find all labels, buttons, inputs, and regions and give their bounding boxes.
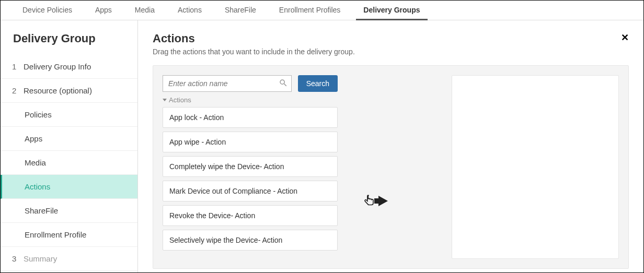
section-label-text: Actions [169,96,191,104]
main-layout: Delivery Group 1 Delivery Group Info 2 R… [1,20,643,272]
hand-pointer-icon [364,194,375,208]
tab-sharefile[interactable]: ShareFile [213,1,268,20]
tab-apps[interactable]: Apps [84,1,123,20]
target-column[interactable] [452,75,619,259]
search-row: Search [163,75,338,92]
tab-actions[interactable]: Actions [166,1,213,20]
workspace: Search Actions App lock - ActionApp wipe… [153,65,629,269]
sidebar-step-summary[interactable]: 3 Summary [1,247,137,271]
step-number: 1 [12,62,18,71]
sidebar-item-media[interactable]: Media [1,151,137,175]
step-number: 2 [12,86,18,95]
action-item[interactable]: Mark Device out of Compliance - Action [163,181,338,201]
sidebar-title: Delivery Group [1,20,137,55]
search-input[interactable] [168,79,279,88]
action-item[interactable]: Completely wipe the Device- Action [163,156,338,177]
tab-enrollment-profiles[interactable]: Enrollment Profiles [268,1,352,20]
page-subtitle: Drag the actions that you want to includ… [153,48,629,56]
sidebar: Delivery Group 1 Delivery Group Info 2 R… [1,20,138,272]
search-button[interactable]: Search [298,75,338,92]
page-title: Actions [153,32,629,45]
step-label: Delivery Group Info [24,62,91,71]
sidebar-step-2[interactable]: 2 Resource (optional) [1,79,137,103]
search-icon[interactable] [279,78,288,89]
sidebar-item-sharefile[interactable]: ShareFile [1,199,137,223]
sidebar-item-actions[interactable]: Actions [1,175,137,199]
source-column: Search Actions App lock - ActionApp wipe… [163,75,338,259]
action-item[interactable]: App wipe - Action [163,132,338,152]
sidebar-step-1[interactable]: 1 Delivery Group Info [1,55,137,79]
step-label: Summary [24,254,57,263]
arrow-right-icon [378,196,388,206]
tab-device-policies[interactable]: Device Policies [11,1,84,20]
action-item[interactable]: App lock - Action [163,107,338,128]
sidebar-item-policies[interactable]: Policies [1,103,137,127]
action-item[interactable]: Selectively wipe the Device- Action [163,230,338,251]
close-icon[interactable]: ✕ [621,32,629,43]
actions-section-label[interactable]: Actions [163,96,338,104]
main-content: Actions Drag the actions that you want t… [138,20,643,272]
top-tabs: Device PoliciesAppsMediaActionsShareFile… [1,1,643,20]
drag-hint [347,75,405,259]
action-item[interactable]: Revoke the Device- Action [163,205,338,226]
tab-media[interactable]: Media [123,1,166,20]
sidebar-item-apps[interactable]: Apps [1,127,137,151]
step-label: Resource (optional) [24,86,92,95]
tab-delivery-groups[interactable]: Delivery Groups [352,1,431,20]
sidebar-item-enrollment-profile[interactable]: Enrollment Profile [1,223,137,247]
search-box [163,75,292,92]
step-number: 3 [12,254,18,263]
caret-down-icon [163,99,167,101]
